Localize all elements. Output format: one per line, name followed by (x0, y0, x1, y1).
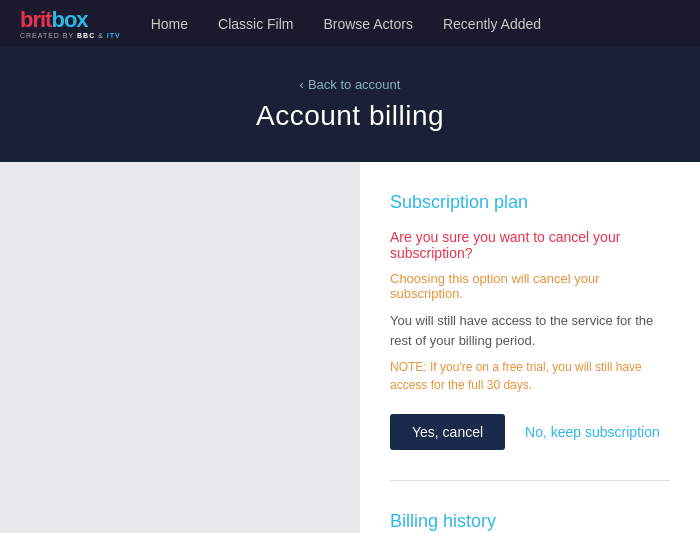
keep-subscription-button[interactable]: No, keep subscription (525, 424, 660, 440)
billing-history-section: Billing history Show transactions (390, 511, 670, 533)
back-link-label: Back to account (308, 77, 401, 92)
info-text: You will still have access to the servic… (390, 311, 670, 350)
logo-box: box (51, 7, 87, 32)
cancel-question-highlight: subscription (390, 245, 465, 261)
note-highlight: 30 days (487, 378, 529, 392)
chevron-left-icon: ‹ (300, 77, 304, 92)
nav-classic-film[interactable]: Classic Film (218, 16, 293, 32)
main-content: Subscription plan Are you sure you want … (0, 162, 700, 533)
logo[interactable]: britbox CREATED BY BBC & ITV (20, 9, 121, 39)
nav-browse-actors[interactable]: Browse Actors (323, 16, 412, 32)
subscription-section: Subscription plan Are you sure you want … (390, 192, 670, 450)
note-text: NOTE: If you're on a free trial, you wil… (390, 358, 670, 394)
nav-recently-added[interactable]: Recently Added (443, 16, 541, 32)
cancel-question-prefix: Are you sure you want to cancel your (390, 229, 620, 245)
nav-home[interactable]: Home (151, 16, 188, 32)
back-link[interactable]: ‹ Back to account (300, 77, 401, 92)
navbar: britbox CREATED BY BBC & ITV Home Classi… (0, 0, 700, 47)
logo-subtitle: CREATED BY BBC & ITV (20, 32, 121, 39)
subscription-section-title: Subscription plan (390, 192, 670, 213)
sidebar (0, 162, 360, 533)
page-header: ‹ Back to account Account billing (0, 47, 700, 162)
warning-text: Choosing this option will cancel your su… (390, 271, 670, 301)
yes-cancel-button[interactable]: Yes, cancel (390, 414, 505, 450)
cancel-question-suffix: ? (465, 245, 473, 261)
billing-history-title: Billing history (390, 511, 670, 532)
logo-brit: brit (20, 7, 51, 32)
cancel-question: Are you sure you want to cancel your sub… (390, 229, 670, 261)
cancel-buttons-row: Yes, cancel No, keep subscription (390, 414, 670, 450)
section-divider (390, 480, 670, 481)
content-area: Subscription plan Are you sure you want … (360, 162, 700, 533)
note-suffix: . (529, 378, 532, 392)
page-title: Account billing (256, 100, 444, 132)
